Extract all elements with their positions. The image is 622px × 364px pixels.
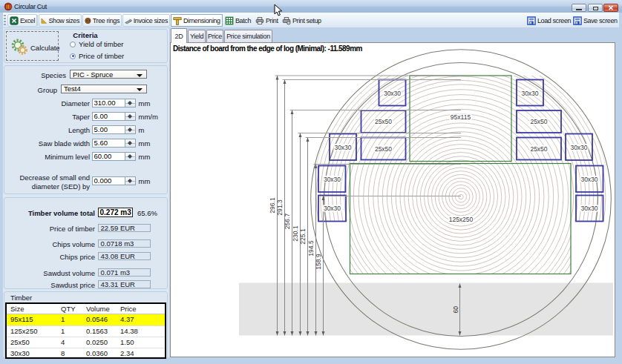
svg-text:60: 60 — [452, 306, 459, 314]
svg-text:158.9: 158.9 — [315, 254, 322, 270]
svg-text:30x30: 30x30 — [334, 144, 351, 151]
svg-text:291.3: 291.3 — [276, 199, 284, 216]
svg-text:30x30: 30x30 — [580, 176, 598, 183]
svg-text:256.7: 256.7 — [284, 214, 291, 230]
svg-text:25x50: 25x50 — [530, 118, 547, 125]
svg-text:194.5: 194.5 — [307, 240, 315, 257]
svg-text:25x50: 25x50 — [375, 145, 392, 153]
svg-text:30x30: 30x30 — [580, 205, 598, 212]
svg-text:30x30: 30x30 — [384, 90, 401, 97]
svg-text:25x50: 25x50 — [530, 145, 547, 153]
svg-text:296.1: 296.1 — [269, 197, 276, 214]
svg-text:225.1: 225.1 — [299, 228, 307, 245]
svg-text:95x115: 95x115 — [451, 113, 471, 121]
svg-text:30x30: 30x30 — [324, 205, 341, 212]
svg-text:30x30: 30x30 — [324, 176, 341, 183]
svg-text:125x250: 125x250 — [449, 216, 474, 223]
svg-text:30x30: 30x30 — [570, 144, 587, 151]
svg-text:30x30: 30x30 — [521, 90, 538, 97]
svg-text:230.1: 230.1 — [292, 225, 299, 242]
svg-text:25x50: 25x50 — [375, 118, 392, 125]
